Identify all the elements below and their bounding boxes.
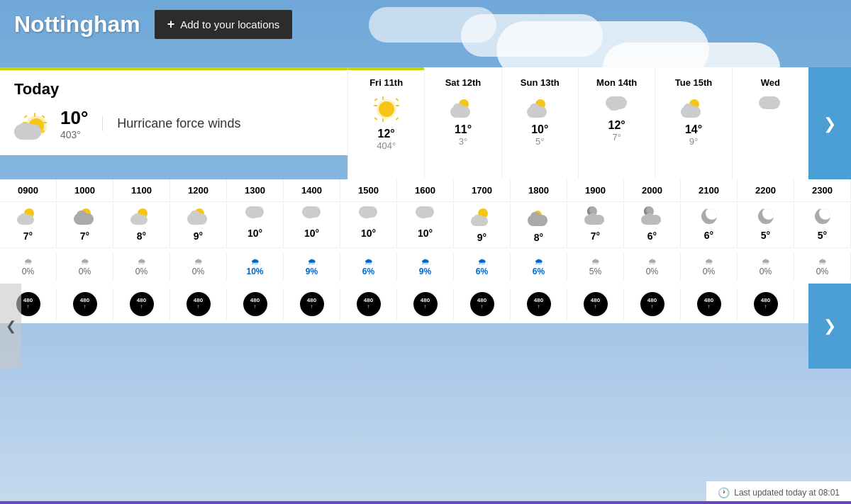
hour-1100-temp: 8°: [115, 230, 168, 242]
rain-icon-0900: 🌧: [1, 257, 55, 267]
chevron-right-icon: ❯: [823, 115, 836, 133]
forecast-nav-right-button[interactable]: ❯: [808, 67, 851, 181]
hour-1600-label: 1600: [397, 179, 454, 201]
hour-1200-icon: [187, 206, 210, 225]
wind-badge-1800-icon: 480↑: [527, 292, 551, 316]
hour-2100-cell: 6°: [681, 202, 738, 247]
rain-icon-1500: 🌧: [342, 257, 395, 267]
wind-badge-1000: 480↑: [57, 288, 113, 320]
wind-badge-1000-icon: 480↑: [73, 292, 97, 316]
wind-badge-2200-icon: 480↑: [754, 292, 778, 316]
hour-1800-icon: [528, 206, 550, 226]
hour-1700-cell: 9°: [454, 202, 511, 247]
rain-icon-2300: 🌧: [796, 257, 849, 267]
forecast-sat-low: 3°: [429, 136, 496, 147]
today-wind: 403°: [60, 129, 88, 140]
hour-1200-temp: 9°: [172, 230, 225, 242]
hour-0900-icon: [17, 206, 40, 225]
today-description: Hurricane force winds: [102, 116, 240, 131]
hour-1900-cell: 7°: [567, 202, 624, 247]
precip-pct-1800: 6%: [512, 267, 565, 276]
rain-icon-1100: 🌧: [115, 257, 168, 267]
precip-1500: 🌧 6%: [340, 252, 397, 281]
hour-2000-temp: 6°: [625, 230, 679, 242]
add-location-button[interactable]: + Add to your locations: [155, 10, 293, 39]
wind-badge-1600: 480↑: [397, 288, 454, 320]
hour-2300-icon: [813, 206, 833, 226]
hour-0900-cell: 7°: [0, 202, 57, 247]
hour-1900-label: 1900: [567, 179, 624, 201]
forecast-tue[interactable]: Tue 15th 14° 9°: [655, 67, 731, 181]
precip-pct-1600: 9%: [399, 267, 452, 276]
precip-pct-2000: 0%: [625, 267, 679, 276]
forecast-mon[interactable]: Mon 14th 12° 7°: [578, 67, 655, 181]
rain-icon-1300: 🌧: [228, 257, 282, 267]
hour-1300-label: 1300: [227, 179, 284, 201]
forecast-tue-label: Tue 15th: [660, 77, 727, 88]
wind-badge-1700: 480↑: [454, 288, 511, 320]
forecast-sun-label: Sun 13th: [506, 77, 574, 88]
hour-2000-label: 2000: [624, 179, 681, 201]
forecast-fri[interactable]: Fri 11th 12° 404°: [347, 67, 424, 181]
wind-badge-1700-icon: 480↑: [470, 292, 494, 316]
rain-icon-1000: 🌧: [58, 257, 111, 267]
precip-pct-1900: 5%: [569, 267, 622, 276]
hourly-times-row: 0900 1000 1100 1200 1300 1400 1500 1600 …: [0, 179, 851, 202]
hour-1700-icon: [471, 206, 494, 226]
wind-badge-2100-icon: 480↑: [697, 292, 721, 316]
hour-1600-temp: 10°: [399, 228, 452, 239]
precip-pct-1300: 10%: [228, 267, 282, 276]
forecast-tue-icon: [681, 96, 706, 118]
hour-1400-cell: 10°: [284, 202, 340, 247]
hourly-wind-row: 480↑ 480↑ 480↑ 480↑ 480↑ 480↑ 480↑ 480↑: [0, 285, 851, 323]
wind-badge-1200: 480↑: [170, 288, 227, 320]
hour-1400-temp: 10°: [285, 228, 338, 239]
forecast-tue-high: 14°: [660, 123, 727, 136]
forecast-wed[interactable]: Wed: [732, 67, 808, 181]
rain-icon-1200: 🌧: [172, 257, 225, 267]
hour-1100-icon: [130, 206, 153, 225]
forecast-sun-low: 5°: [506, 136, 574, 147]
add-location-label: Add to your locations: [180, 18, 279, 30]
hour-1000-icon: [74, 206, 96, 225]
hour-1700-label: 1700: [454, 179, 511, 201]
precip-1700: 🌧 6%: [454, 252, 511, 281]
forecast-panel: Fri 11th 12° 404° Sat 12th: [347, 67, 808, 181]
forecast-fri-high: 12°: [352, 128, 420, 140]
precip-1200: 🌧 0%: [170, 252, 227, 281]
hour-2200-cell: 5°: [738, 202, 794, 247]
hour-0900-label: 0900: [0, 179, 57, 201]
hour-1300-cell: 10°: [227, 202, 284, 247]
hourly-nav-right-button[interactable]: ❯: [808, 284, 851, 369]
precip-pct-2300: 0%: [796, 267, 849, 276]
hour-1900-icon: [584, 206, 607, 225]
city-name: Nottingham: [14, 11, 140, 38]
forecast-sat[interactable]: Sat 12th 11° 3°: [424, 67, 501, 181]
wind-badge-1400: 480↑: [284, 288, 340, 320]
forecast-tue-low: 9°: [660, 136, 727, 147]
bottom-accent-bar: [0, 501, 851, 504]
hour-1000-cell: 7°: [57, 202, 113, 247]
wind-badge-2000: 480↑: [624, 288, 681, 320]
rain-icon-1700: 🌧: [455, 257, 508, 267]
forecast-sun-icon: [527, 96, 552, 118]
wind-badge-1600-icon: 480↑: [413, 292, 438, 316]
precip-pct-1700: 6%: [455, 267, 508, 276]
precip-pct-1400: 9%: [285, 267, 338, 276]
wind-badge-2000-icon: 480↑: [640, 292, 664, 316]
forecast-sun[interactable]: Sun 13th 10° 5°: [501, 67, 578, 181]
hour-2100-label: 2100: [681, 179, 738, 201]
precip-pct-2100: 0%: [682, 267, 735, 276]
forecast-sat-label: Sat 12th: [429, 77, 496, 88]
precip-2000: 🌧 0%: [624, 252, 681, 281]
chevron-right-hourly-icon: ❯: [823, 317, 836, 335]
hourly-nav-left-button[interactable]: ❮: [0, 284, 21, 369]
hour-1600-icon: [414, 206, 437, 222]
chevron-left-icon: ❮: [6, 318, 16, 334]
hour-0900-temp: 7°: [1, 230, 55, 242]
wind-badge-1200-icon: 480↑: [187, 292, 211, 316]
precip-pct-1500: 6%: [342, 267, 395, 276]
today-label: Today: [14, 80, 333, 99]
hour-1800-temp: 8°: [512, 232, 565, 243]
hour-2000-cell: 6°: [624, 202, 681, 247]
